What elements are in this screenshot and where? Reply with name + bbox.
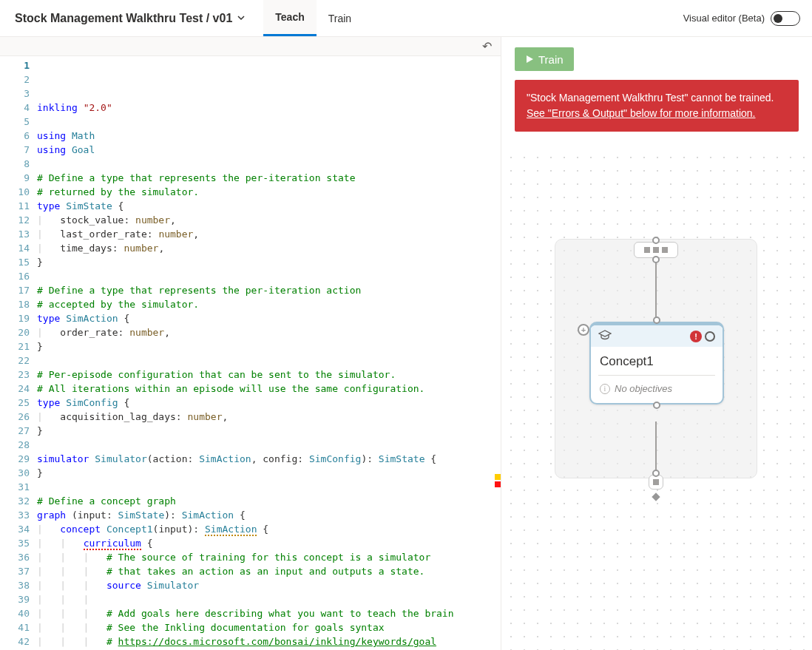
source-node[interactable] xyxy=(634,242,678,258)
code-line[interactable]: # All iterations within an episode will … xyxy=(37,382,501,396)
overview-error-marker[interactable] xyxy=(495,481,501,487)
port-in[interactable] xyxy=(653,316,660,324)
code-line[interactable]: graph (input: SimState): SimAction { xyxy=(37,508,501,522)
code-line[interactable]: # Per-episode configuration that can be … xyxy=(37,368,501,382)
chevron-down-icon xyxy=(237,12,246,25)
code-line[interactable]: | | | # The source of training for this … xyxy=(37,550,501,564)
code-line[interactable]: | | | # https://docs.microsoft.com/bonsa… xyxy=(37,634,501,649)
add-connector-button[interactable]: + xyxy=(578,324,589,336)
tab-train[interactable]: Train xyxy=(317,0,363,36)
visual-editor-label: Visual editor (Beta) xyxy=(683,13,765,24)
concept-node[interactable]: + ! Concept1 i No objectives xyxy=(589,322,724,404)
code-line[interactable] xyxy=(37,115,501,129)
code-line[interactable]: | order_rate: number, xyxy=(37,325,501,339)
code-line[interactable]: type SimConfig { xyxy=(37,396,501,410)
error-badge-icon[interactable]: ! xyxy=(690,331,702,342)
code-line[interactable]: | | | source Simulator xyxy=(37,578,501,592)
error-banner: "Stock Management Walkthru Test" cannot … xyxy=(515,80,799,132)
code-line[interactable]: | | curriculum { xyxy=(37,536,501,550)
code-line[interactable]: } xyxy=(37,466,501,480)
port-out[interactable] xyxy=(653,402,660,409)
overview-warning-marker[interactable] xyxy=(495,474,501,480)
code-line[interactable]: } xyxy=(37,255,501,269)
code-line[interactable]: simulator Simulator(action: SimAction, c… xyxy=(37,452,501,466)
editor-pane: ↶ 12345678910111213141516171819202122232… xyxy=(0,37,501,650)
code-line[interactable]: | last_order_rate: number, xyxy=(37,227,501,241)
undo-icon[interactable]: ↶ xyxy=(482,39,492,53)
code-line[interactable]: # Define a type that represents the per-… xyxy=(37,171,501,185)
info-icon: i xyxy=(600,384,610,394)
graph-edge xyxy=(655,259,657,319)
concept-header: ! xyxy=(591,325,723,347)
code-line[interactable]: # Define a type that represents the per-… xyxy=(37,283,501,297)
graduation-cap-icon xyxy=(598,330,612,342)
output-node[interactable] xyxy=(649,475,663,490)
code-line[interactable]: # returned by the simulator. xyxy=(37,185,501,199)
current-line-highlight xyxy=(37,58,490,72)
concept-subtitle: i No objectives xyxy=(591,376,723,403)
port-in[interactable] xyxy=(652,237,660,244)
breadcrumb[interactable]: Stock Management Walkthru Test / v01 xyxy=(15,12,246,25)
code-line[interactable] xyxy=(37,269,501,283)
code-line[interactable] xyxy=(37,480,501,494)
code-line[interactable]: | time_days: number, xyxy=(37,241,501,255)
overview-ruler[interactable] xyxy=(490,56,501,650)
visual-editor-toggle[interactable] xyxy=(771,11,800,26)
play-icon xyxy=(525,55,534,64)
code-line[interactable]: using Goal xyxy=(37,143,501,157)
code-line[interactable]: } xyxy=(37,339,501,353)
graph-edge xyxy=(655,422,657,473)
code-line[interactable]: # Define a concept graph xyxy=(37,494,501,508)
error-text: "Stock Management Walkthru Test" cannot … xyxy=(527,90,787,106)
code-line[interactable]: | stock_value: number, xyxy=(37,213,501,227)
code-line[interactable]: } xyxy=(37,424,501,438)
code-line[interactable]: | | | # See the Inkling documentation fo… xyxy=(37,620,501,634)
editor-toolbar: ↶ xyxy=(0,37,501,56)
code-line[interactable] xyxy=(37,353,501,368)
train-button[interactable]: Train xyxy=(515,47,574,71)
code-line[interactable] xyxy=(37,438,501,452)
breadcrumb-text: Stock Management Walkthru Test / v01 xyxy=(15,12,232,25)
code-line[interactable] xyxy=(37,157,501,171)
code-line[interactable]: | | | # that takes an action as an input… xyxy=(37,564,501,578)
port-in[interactable] xyxy=(652,470,660,477)
code-line[interactable]: | concept Concept1(input): SimAction { xyxy=(37,522,501,536)
code-line[interactable]: | | | # Add goals here describing what y… xyxy=(37,606,501,620)
port-out[interactable] xyxy=(652,256,660,263)
map-marker-icon xyxy=(652,492,660,501)
code-editor[interactable]: 1234567891011121314151617181920212223242… xyxy=(0,56,501,650)
code-line[interactable]: inkling "2.0" xyxy=(37,101,501,115)
code-line[interactable]: type SimAction { xyxy=(37,311,501,325)
concept-title: Concept1 xyxy=(591,347,723,375)
code-line[interactable]: | acquisition_lag_days: number, xyxy=(37,410,501,424)
graph-canvas[interactable]: + ! Concept1 i No objectives xyxy=(501,148,812,650)
tab-teach[interactable]: Teach xyxy=(263,0,316,36)
app-header: Stock Management Walkthru Test / v01 Tea… xyxy=(0,0,812,37)
code-line[interactable]: type SimState { xyxy=(37,199,501,213)
error-link[interactable]: See "Errors & Output" below for more inf… xyxy=(527,106,787,121)
status-circle-icon xyxy=(705,331,715,342)
code-content[interactable]: inkling "2.0" using Mathusing Goal # Def… xyxy=(37,56,501,650)
code-line[interactable]: # accepted by the simulator. xyxy=(37,297,501,311)
line-gutter: 1234567891011121314151617181920212223242… xyxy=(0,56,37,650)
right-pane: Train "Stock Management Walkthru Test" c… xyxy=(501,37,812,650)
code-line[interactable]: | | | xyxy=(37,592,501,606)
header-tabs: Teach Train xyxy=(263,0,363,36)
code-line[interactable]: using Math xyxy=(37,129,501,143)
header-right: Visual editor (Beta) xyxy=(683,11,812,26)
